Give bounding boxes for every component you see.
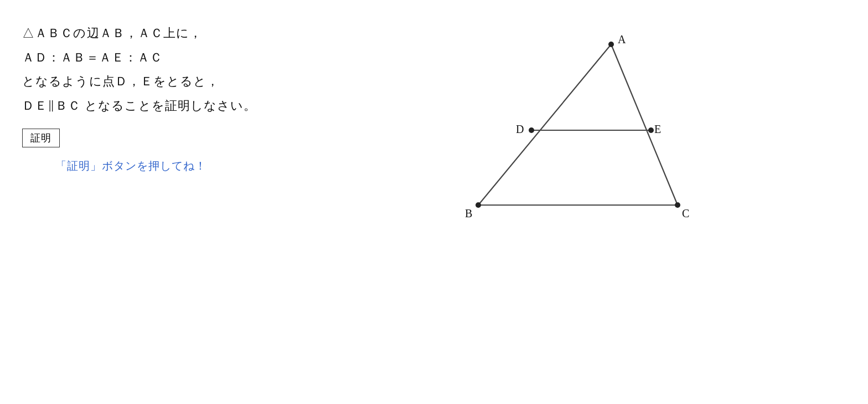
- problem-line2: ＡＤ：ＡＢ＝ＡＥ：ＡＣ: [22, 47, 299, 69]
- point-A: [608, 42, 614, 47]
- side-AB: [478, 44, 611, 205]
- label-C: C: [682, 207, 689, 219]
- point-C: [675, 202, 680, 208]
- problem-line1: △ＡＢＣの辺ＡＢ，ＡＣ上に，: [22, 22, 299, 44]
- label-D: D: [516, 123, 524, 135]
- left-panel: △ＡＢＣの辺ＡＢ，ＡＣ上に， ＡＤ：ＡＢ＝ＡＥ：ＡＣ となるように点Ｄ，Ｅをとる…: [22, 17, 299, 387]
- hint-text: 「証明」ボタンを押してね！: [55, 158, 299, 173]
- problem-line4: ＤＥ∥ＢＣ となることを証明しなさい。: [22, 95, 299, 117]
- point-E: [648, 127, 654, 133]
- point-B: [476, 202, 481, 208]
- label-E: E: [654, 123, 661, 135]
- problem-line3: となるように点Ｄ，Ｅをとると，: [22, 70, 299, 93]
- label-A: A: [618, 33, 626, 45]
- problem-text: △ＡＢＣの辺ＡＢ，ＡＣ上に， ＡＤ：ＡＢ＝ＡＥ：ＡＣ となるように点Ｄ，Ｅをとる…: [22, 22, 299, 116]
- label-B: B: [465, 207, 472, 219]
- geometry-diagram: A B C D E: [434, 33, 711, 238]
- point-D: [529, 127, 534, 133]
- proof-button[interactable]: 証明: [22, 129, 60, 147]
- side-AC: [611, 44, 678, 205]
- diagram-panel: A B C D E: [299, 17, 846, 387]
